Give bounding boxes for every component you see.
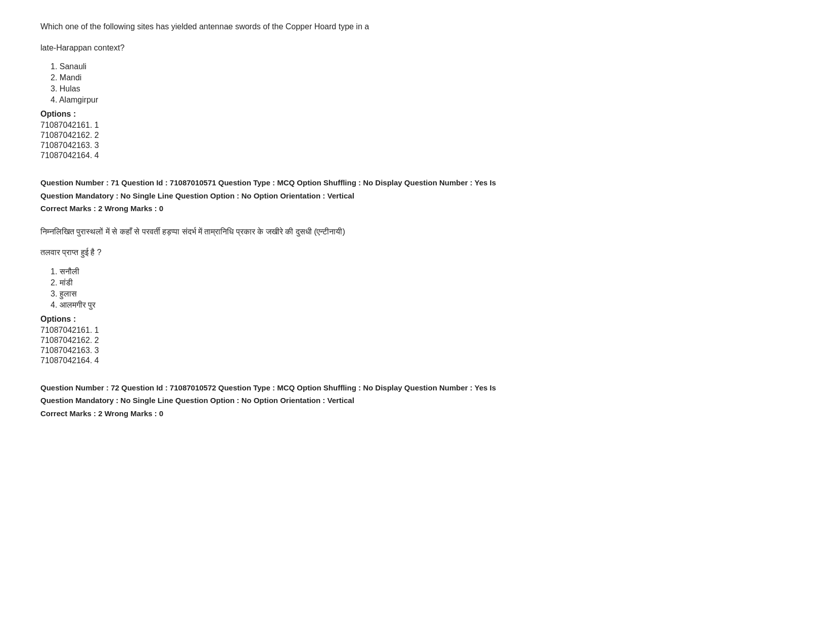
- list-item: 3. हुलास: [51, 289, 794, 299]
- question-text-line1: निम्नलिखित पुरास्थलों में से कहाँ से परव…: [40, 225, 794, 238]
- meta-line2: Question Mandatory : No Single Line Ques…: [40, 394, 794, 407]
- option-text: Hulas: [60, 84, 80, 93]
- option-id-row: 71087042162. 2: [40, 336, 794, 345]
- list-item: 1. सनौली: [51, 267, 794, 276]
- option-val: 3: [95, 346, 99, 355]
- option-id-row: 71087042164. 4: [40, 356, 794, 365]
- meta-line2: Question Mandatory : No Single Line Ques…: [40, 189, 794, 203]
- option-id-row: 71087042163. 3: [40, 141, 794, 150]
- list-item: 3. Hulas: [51, 84, 794, 93]
- answer-options-list: 1. सनौली 2. मांडी 3. हुलास 4. आलमगीर पुर: [45, 267, 794, 310]
- option-text: Alamgirpur: [59, 95, 98, 104]
- option-num: 3.: [51, 289, 57, 298]
- option-text: सनौली: [60, 267, 79, 276]
- meta-line3: Correct Marks : 2 Wrong Marks : 0: [40, 202, 794, 215]
- option-id: 71087042161.: [40, 326, 92, 334]
- question-71-meta: Question Number : 71 Question Id : 71087…: [40, 176, 794, 215]
- question-text-line2: late-Harappan context?: [40, 41, 794, 55]
- option-num: 1.: [51, 62, 57, 71]
- option-id: 71087042162.: [40, 336, 92, 344]
- option-num: 4.: [51, 95, 57, 104]
- option-id-row: 71087042162. 2: [40, 131, 794, 140]
- option-text: Sanauli: [60, 62, 86, 71]
- option-text: हुलास: [60, 289, 77, 298]
- option-id-row: 71087042164. 4: [40, 151, 794, 160]
- list-item: 4. Alamgirpur: [51, 95, 794, 105]
- option-val: 2: [95, 336, 99, 344]
- option-num: 2.: [51, 73, 57, 82]
- option-val: 1: [95, 121, 99, 129]
- option-id: 71087042164.: [40, 151, 92, 160]
- option-val: 1: [95, 326, 99, 334]
- option-val: 3: [95, 141, 99, 150]
- option-id: 71087042164.: [40, 356, 92, 365]
- option-val: 4: [95, 151, 99, 160]
- option-num: 4.: [51, 301, 57, 309]
- option-num: 1.: [51, 267, 57, 276]
- option-text: आलमगीर पुर: [60, 301, 96, 309]
- option-text: मांडी: [60, 278, 73, 287]
- list-item: 4. आलमगीर पुर: [51, 301, 794, 310]
- meta-line1: Question Number : 71 Question Id : 71087…: [40, 176, 794, 189]
- option-val: 4: [95, 356, 99, 365]
- list-item: 1. Sanauli: [51, 62, 794, 71]
- option-id: 71087042161.: [40, 121, 92, 129]
- question-70-english: Which one of the following sites has yie…: [40, 20, 794, 160]
- meta-line1: Question Number : 72 Question Id : 71087…: [40, 381, 794, 394]
- option-num: 3.: [51, 84, 57, 93]
- option-text: Mandi: [60, 73, 82, 82]
- list-item: 2. Mandi: [51, 73, 794, 82]
- meta-line3: Correct Marks : 2 Wrong Marks : 0: [40, 407, 794, 420]
- option-id-row: 71087042163. 3: [40, 346, 794, 355]
- options-label: Options :: [40, 110, 794, 119]
- option-id: 71087042163.: [40, 141, 92, 150]
- option-num: 2.: [51, 278, 57, 287]
- option-id-row: 71087042161. 1: [40, 121, 794, 130]
- option-id: 71087042163.: [40, 346, 92, 355]
- question-text-line1: Which one of the following sites has yie…: [40, 20, 794, 33]
- answer-options-list: 1. Sanauli 2. Mandi 3. Hulas 4. Alamgirp…: [45, 62, 794, 105]
- list-item: 2. मांडी: [51, 278, 794, 287]
- question-71-hindi: निम्नलिखित पुरास्थलों में से कहाँ से परव…: [40, 225, 794, 365]
- option-id-row: 71087042161. 1: [40, 326, 794, 335]
- option-id: 71087042162.: [40, 131, 92, 139]
- options-label: Options :: [40, 315, 794, 324]
- question-72-meta: Question Number : 72 Question Id : 71087…: [40, 381, 794, 420]
- option-val: 2: [95, 131, 99, 139]
- question-text-line2: तलवार प्राप्त हुई है ?: [40, 246, 794, 259]
